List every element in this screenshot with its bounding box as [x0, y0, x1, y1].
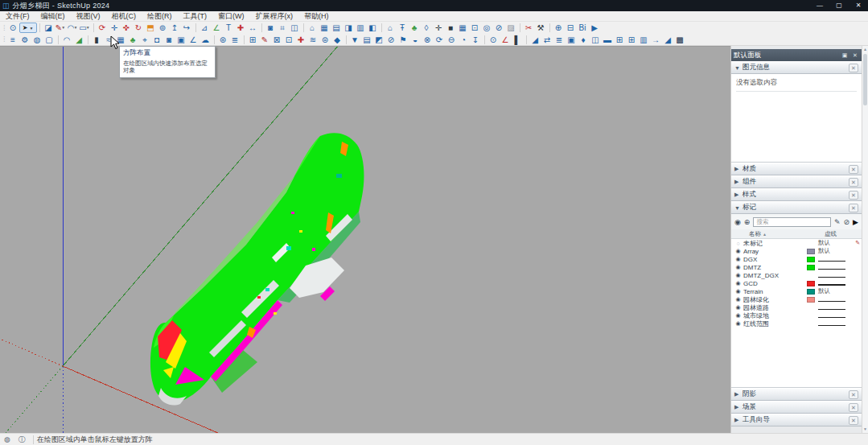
menu-item-7[interactable]: 扩展程序(x): [250, 11, 299, 22]
purge-tags-icon[interactable]: ⊘: [844, 218, 850, 226]
section-scenes[interactable]: ▶ 场景 ✕: [731, 401, 862, 414]
entity-info-close-button[interactable]: ✕: [849, 64, 858, 72]
sandbox-tool-icon[interactable]: ◊: [421, 23, 433, 33]
measure-angle-tool-icon[interactable]: ∠: [500, 35, 512, 45]
dome-tool-icon[interactable]: ◠: [61, 35, 73, 45]
front-view-icon[interactable]: ▤: [331, 23, 343, 33]
bim-plugin-icon[interactable]: Bi: [577, 23, 589, 33]
tag-search-input[interactable]: [753, 217, 831, 227]
right-view-icon[interactable]: ◨: [343, 23, 355, 33]
tag-dash-style[interactable]: [818, 304, 852, 311]
download-tool-icon[interactable]: ↧: [470, 35, 482, 45]
tag-visibility-eye-icon[interactable]: ◉: [733, 264, 743, 270]
annotate-tool-icon[interactable]: ✎: [259, 35, 271, 45]
tag-row-DMTZ[interactable]: ◉DMTZ: [731, 263, 862, 271]
3d-text-tool-icon[interactable]: Ŧ: [397, 23, 409, 33]
tag-dash-style[interactable]: [818, 264, 852, 271]
section-tags[interactable]: ▼ 标记 ✕: [731, 201, 862, 214]
menu-item-3[interactable]: 相机(C): [106, 11, 142, 22]
inner-face-tool-icon[interactable]: ⊡: [283, 35, 295, 45]
minus-tool-icon[interactable]: ⊖: [446, 35, 458, 45]
columns-tool-icon[interactable]: ≣: [229, 35, 241, 45]
rotate-tool-icon[interactable]: ↻: [133, 23, 145, 33]
tag-visibility-eye-icon[interactable]: ◉: [733, 296, 743, 303]
tag-visibility-eye-icon[interactable]: ◉: [733, 304, 743, 311]
orbit-tool-icon[interactable]: ⟳: [97, 23, 109, 33]
weld-tool-icon[interactable]: ⚒: [535, 23, 547, 33]
zoom-window-icon[interactable]: ⊙: [7, 23, 19, 33]
link-tool-icon[interactable]: ⊛: [217, 35, 229, 45]
paint-bucket-tool-icon[interactable]: ◙: [265, 23, 277, 33]
tag-dash-style[interactable]: [818, 280, 852, 287]
component-exchange-icon[interactable]: ⊕: [553, 23, 565, 33]
tag-visibility-eye-icon[interactable]: ◉: [733, 248, 743, 254]
settings-gear-icon[interactable]: ⚙: [19, 35, 31, 45]
tag-row-红线范围[interactable]: ◉红线范围: [731, 319, 862, 328]
tag-name[interactable]: Terrain: [743, 288, 807, 295]
text-tool-icon[interactable]: T: [223, 23, 235, 33]
color-by-tag-pencil-icon[interactable]: ✎: [834, 218, 841, 226]
protractor-tool-icon[interactable]: ∠: [211, 23, 223, 33]
match-photo-icon[interactable]: ⌗: [277, 23, 289, 33]
tag-color-swatch[interactable]: [807, 289, 815, 295]
swap-tool-icon[interactable]: ⇄: [541, 35, 553, 45]
selection-region-icon[interactable]: ▢: [43, 35, 56, 45]
export-tool-icon[interactable]: →: [650, 35, 662, 45]
tag-name[interactable]: 红线范围: [743, 319, 807, 328]
tag-visibility-eye-icon[interactable]: ◉: [733, 280, 743, 286]
panel-scrollbar[interactable]: ▲ ▼: [862, 46, 868, 433]
tag-dash-style[interactable]: [818, 256, 852, 263]
tag-visibility-eye-icon[interactable]: ◉: [733, 256, 743, 262]
close-button[interactable]: ✕: [849, 0, 868, 11]
instructor-close-button[interactable]: ✕: [849, 416, 858, 425]
scale-tool-icon[interactable]: ⬒: [145, 23, 157, 33]
section-materials[interactable]: ▶ 材质 ✕: [731, 163, 862, 175]
tag-dash-style[interactable]: [818, 272, 852, 279]
grid-tool-icon[interactable]: ▦: [457, 23, 469, 33]
dropdown-tool-icon[interactable]: ▼: [349, 35, 361, 45]
panel-close-icon[interactable]: ✕: [851, 52, 859, 59]
tag-visibility-eye-icon[interactable]: ◉: [733, 288, 743, 295]
tag-dash-style[interactable]: 默认: [818, 287, 852, 295]
shadows-close-button[interactable]: ✕: [849, 390, 858, 399]
add-point-tool-icon[interactable]: ✚: [295, 35, 307, 45]
section-plane-tool-icon[interactable]: ◫: [289, 23, 301, 33]
tag-edit-pencil-icon[interactable]: ✎: [852, 240, 860, 246]
quarter-tool-icon[interactable]: ◔: [458, 35, 470, 45]
flatten-tool-icon[interactable]: ≋: [307, 35, 319, 45]
dark-render-tool-icon[interactable]: ▩: [674, 35, 686, 45]
geo-globe-icon[interactable]: ◍: [31, 35, 43, 45]
back-view-icon[interactable]: ▥: [355, 23, 367, 33]
list-detail-tool-icon[interactable]: ≣: [553, 35, 566, 45]
section-entity-info[interactable]: ▼ 图元信息 ✕: [731, 61, 862, 74]
tag-visibility-eye-icon[interactable]: ◉: [733, 272, 743, 278]
tag-row-城市绿地[interactable]: ◉城市绿地: [731, 311, 862, 319]
rectangle-tool-icon[interactable]: ▭▼: [79, 23, 91, 33]
tag-row-Array[interactable]: ◉Array默认: [731, 247, 862, 255]
gem-tool-icon[interactable]: ◆: [331, 35, 343, 45]
scroll-down-icon[interactable]: ▼: [862, 426, 868, 433]
tag-details-arrow-icon[interactable]: ▶: [853, 218, 858, 226]
panel-pin-icon[interactable]: ▣: [841, 52, 849, 59]
push-pull-tool-icon[interactable]: ↥: [169, 23, 181, 33]
scenes-close-button[interactable]: ✕: [849, 403, 858, 412]
layer-stack-tool-icon[interactable]: ⊜: [319, 35, 331, 45]
tag-name[interactable]: 未标记: [743, 239, 807, 248]
menu-item-6[interactable]: 窗口(W): [212, 11, 250, 22]
top-view-icon[interactable]: ▦: [319, 23, 331, 33]
section-styles[interactable]: ▶ 样式 ✕: [731, 188, 862, 201]
tag-row-GCD[interactable]: ◉GCD: [731, 279, 862, 287]
scrollbar-thumb[interactable]: [863, 54, 867, 105]
tag-name[interactable]: DMTZ_DGX: [743, 272, 807, 279]
add-tag-icon[interactable]: ⊕: [744, 218, 751, 226]
hide-rest-tool-icon[interactable]: ⊘: [493, 23, 505, 33]
bar-tool-icon[interactable]: ▬: [602, 35, 614, 45]
section-shadows[interactable]: ▶ 阴影 ✕: [731, 388, 862, 401]
section-cut-tool-icon[interactable]: ⊡: [469, 23, 481, 33]
place-target-tool-icon[interactable]: ⌖: [139, 35, 151, 45]
toolbar-grip[interactable]: ⁞: [3, 24, 6, 32]
tag-color-swatch[interactable]: [807, 297, 815, 303]
window-b-tool-icon[interactable]: ⊞: [626, 35, 638, 45]
terrain-slope-tool-icon[interactable]: ◢: [73, 35, 85, 45]
tag-visibility-eye-icon[interactable]: ○: [733, 241, 743, 246]
